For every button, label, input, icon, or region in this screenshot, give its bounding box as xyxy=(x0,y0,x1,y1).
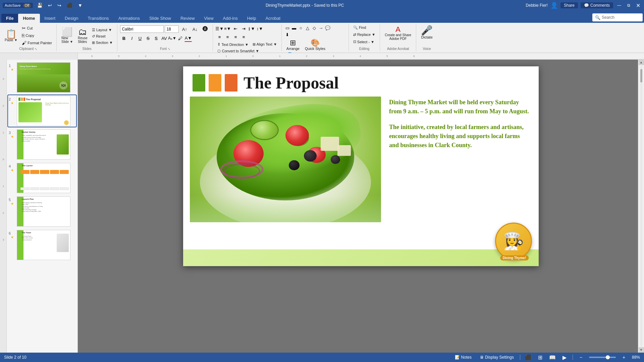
dictate-button[interactable]: 🎤 Dictate xyxy=(419,25,435,40)
comments-button[interactable]: 💬 Comments xyxy=(581,2,613,8)
paste-button[interactable]: 📋 Paste ▼ xyxy=(3,28,19,43)
view-icon[interactable]: ⬛ xyxy=(65,2,74,9)
decrease-font-size-button[interactable]: A↓ xyxy=(190,25,200,34)
slide-star-6: ★ xyxy=(11,235,14,239)
font-color-button[interactable]: A▼ xyxy=(184,35,192,42)
undo-icon[interactable]: ↩ xyxy=(47,2,53,9)
redo-icon[interactable]: ↪ xyxy=(56,2,63,9)
align-left-button[interactable]: ≡ xyxy=(216,33,223,41)
share-button[interactable]: Share xyxy=(560,2,578,8)
tab-animations[interactable]: Animations xyxy=(114,14,145,23)
format-painter-button[interactable]: 🖌 Format Painter xyxy=(20,40,54,46)
tab-slideshow[interactable]: Slide Show xyxy=(145,14,176,23)
text-direction-button[interactable]: ⇕ Text Direction ▼ xyxy=(216,42,250,47)
slide-thumb-2[interactable]: 2 ★ The Proposal xyxy=(8,95,76,127)
font-highlight-button[interactable]: 🖊 xyxy=(176,35,184,42)
replace-button[interactable]: ⇄ Replace ▼ xyxy=(352,32,377,38)
tab-home[interactable]: Home xyxy=(18,14,40,23)
slideshow-button[interactable]: ▶ xyxy=(560,353,569,361)
close-button[interactable]: ✕ xyxy=(635,2,641,9)
tab-design[interactable]: Design xyxy=(60,14,83,23)
strikethrough-button[interactable]: S xyxy=(144,35,152,42)
reading-view-button[interactable]: 📖 xyxy=(548,353,556,361)
minimize-button[interactable]: — xyxy=(616,2,623,9)
columns-button[interactable]: ⫿▼ xyxy=(248,25,255,32)
zoom-slider[interactable] xyxy=(589,357,616,358)
char-spacing-button[interactable]: AV xyxy=(160,35,168,42)
quick-styles-button[interactable]: 🎨 Quick Styles xyxy=(303,38,327,52)
shape-more-icon[interactable]: ⬇ xyxy=(284,32,290,38)
select-button[interactable]: ⊡ Select - ▼ xyxy=(352,39,377,45)
ruler-corner xyxy=(0,53,78,60)
slide-sorter-button[interactable]: ⊞ xyxy=(536,353,544,361)
find-button[interactable]: 🔍 Find xyxy=(352,25,377,31)
tab-help[interactable]: Help xyxy=(243,14,261,23)
shape-rect-icon[interactable]: ▭ xyxy=(284,25,290,31)
normal-view-button[interactable]: ⬛ xyxy=(524,353,532,361)
reset-button[interactable]: ↺ Reset xyxy=(90,34,115,39)
restore-button[interactable]: ⧉ xyxy=(625,2,632,9)
bold-button[interactable]: B xyxy=(120,35,127,42)
increase-indent-button[interactable]: ⇥ xyxy=(240,25,247,32)
bullets-button[interactable]: ☰▼ xyxy=(216,25,223,32)
search-input[interactable]: Search xyxy=(602,15,614,20)
more-icon[interactable]: ▼ xyxy=(76,2,84,9)
slide-thumb-1[interactable]: 1 ★ Dining Thyme Market Promoting the he… xyxy=(8,62,76,93)
font-name-input[interactable] xyxy=(120,25,164,33)
display-settings-button[interactable]: 🖥 Display Settings xyxy=(478,354,516,360)
tab-view[interactable]: View xyxy=(200,14,218,23)
arrange-button[interactable]: ⊞ Arrange xyxy=(284,38,302,52)
slide-thumb-4[interactable]: 4 ★ The Layout xyxy=(8,162,76,194)
search-box[interactable]: 🔍 Search xyxy=(592,13,643,21)
shape-arrow-icon[interactable]: → xyxy=(318,25,324,31)
copy-button[interactable]: ⎘ Copy xyxy=(20,32,54,39)
align-text-button[interactable]: ⊞ Align Text ▼ xyxy=(251,42,279,47)
shape-circle-icon[interactable]: ○ xyxy=(298,25,304,31)
slide-thumb-6[interactable]: 6 ★ The Team The Dining ThymeMarket team… xyxy=(8,229,76,261)
shape-callout-icon[interactable]: 💬 xyxy=(325,25,331,31)
justify-button[interactable]: ≡ xyxy=(240,33,247,41)
slide-star-5: ★ xyxy=(11,202,14,205)
tab-insert[interactable]: Insert xyxy=(40,14,60,23)
layout-button[interactable]: ☰ Layout ▼ xyxy=(90,27,115,33)
tab-transitions[interactable]: Transitions xyxy=(83,14,114,23)
zoom-in-button[interactable]: + xyxy=(620,353,628,361)
scrollbar-down[interactable]: ▼ xyxy=(639,347,644,353)
shape-tri-icon[interactable]: △ xyxy=(305,25,311,31)
italic-button[interactable]: I xyxy=(128,35,136,42)
zoom-out-button[interactable]: − xyxy=(577,353,585,361)
autosave-toggle[interactable]: Off xyxy=(23,3,31,8)
reuse-slides-button[interactable]: 🗂 ReuseSlides xyxy=(76,26,90,45)
slide-thumb-3[interactable]: 3 ★ Market Variety Fruits, vegetables an… xyxy=(8,129,76,160)
shape-round-icon[interactable]: ▬ xyxy=(291,25,297,31)
line-spacing-button[interactable]: ↕▼ xyxy=(256,25,263,32)
new-slide-button[interactable]: ⬜ NewSlide ▼ xyxy=(59,26,75,45)
tab-acrobat[interactable]: Acrobat xyxy=(261,14,285,23)
notes-button[interactable]: 📝 Notes xyxy=(453,354,474,360)
shape-diamond-icon[interactable]: ◇ xyxy=(311,25,317,31)
svg-text:1: 1 xyxy=(3,185,4,188)
font-size-input[interactable] xyxy=(165,25,179,33)
slide-canvas[interactable]: The Proposal xyxy=(183,66,539,266)
vertical-ruler: 3 2 1 0 1 2 3 xyxy=(0,60,7,353)
numbering-button[interactable]: ≡▼ xyxy=(224,25,231,32)
tab-review[interactable]: Review xyxy=(176,14,200,23)
clear-format-button[interactable]: 🅐 xyxy=(201,25,210,34)
cut-button[interactable]: ✂ Cut xyxy=(20,25,54,32)
decrease-indent-button[interactable]: ⇤ xyxy=(232,25,239,32)
section-button[interactable]: ⊞ Section ▼ xyxy=(90,40,115,46)
align-right-button[interactable]: ≡ xyxy=(232,33,239,41)
create-adobe-button[interactable]: A Create and ShareAdobe PDF xyxy=(383,25,413,42)
svg-text:1: 1 xyxy=(279,55,281,58)
tab-file[interactable]: File xyxy=(1,14,18,23)
scrollbar-up[interactable]: ▲ xyxy=(639,60,644,65)
underline-button[interactable]: U xyxy=(136,35,144,42)
tab-addins[interactable]: Add-ins xyxy=(218,14,243,23)
align-center-button[interactable]: ≡ xyxy=(224,33,231,41)
scrollbar-thumb[interactable] xyxy=(640,69,642,82)
slide-thumb-5[interactable]: 5 ★ Launch Plan Grand opening scheduled … xyxy=(8,196,76,227)
save-icon[interactable]: 💾 xyxy=(36,2,44,9)
shadow-button[interactable]: S xyxy=(152,35,160,42)
font-size-aa-button[interactable]: Aₐ▼ xyxy=(168,35,176,42)
increase-font-size-button[interactable]: A↑ xyxy=(180,25,189,34)
